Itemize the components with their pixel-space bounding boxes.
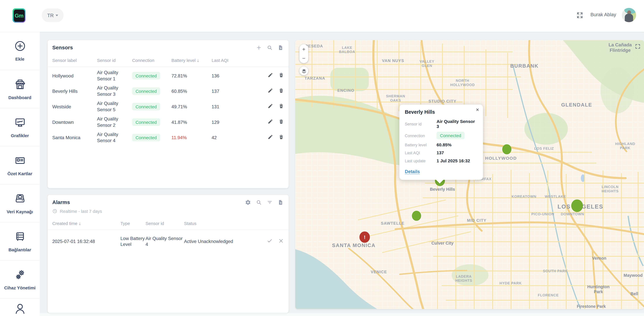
popup-field-label: Sensor id — [405, 122, 436, 126]
sensors-panel: Sensors Sensor labelSensor idConnectionB… — [48, 40, 289, 188]
popup-field-value: Connected — [436, 132, 478, 139]
popup-field-value: 1 Jul 2025 16:32 — [436, 158, 478, 163]
edit-pencil-icon[interactable] — [268, 119, 273, 125]
zoom-out-button[interactable]: − — [300, 54, 308, 63]
alarms-table-header: Created time↓TypeSensor idStatus — [48, 221, 289, 226]
search-icon[interactable] — [256, 200, 262, 205]
sidebar-item-grafikler[interactable]: Grafikler — [0, 108, 40, 146]
avatar[interactable] — [622, 8, 636, 22]
delete-trash-icon[interactable] — [278, 103, 284, 110]
sensor-marker-los-angeles[interactable] — [571, 200, 583, 212]
alarms-column-sensor-id[interactable]: Sensor id — [146, 221, 184, 226]
delete-trash-icon[interactable] — [278, 72, 284, 78]
sidebar-item-label: Ekle — [15, 57, 24, 62]
sensor-marker-hollywood[interactable] — [502, 144, 512, 154]
battery-level: 60.85% — [172, 88, 212, 94]
sidebar-item-label: Cihaz Yönetimi — [4, 286, 36, 290]
alarms-column-created-time[interactable]: Created time↓ — [52, 221, 120, 226]
popup-field-value: 137 — [436, 150, 478, 155]
sensor-marker-santa-monica[interactable]: ! — [360, 232, 370, 243]
map-layers-button[interactable] — [300, 66, 308, 75]
popup-field-label: Connection — [405, 133, 436, 138]
sensor-row: Beverly HillsAir Quality Sensor 3Connect… — [52, 83, 284, 99]
sidebar-item-ba-lant-lar[interactable]: Bağlantılar — [0, 222, 40, 260]
connection-cell: Connected — [132, 134, 172, 141]
edit-pencil-icon[interactable] — [268, 88, 273, 94]
sidebar-item-dashboard[interactable]: Dashboard — [0, 70, 40, 108]
user-name[interactable]: Burak Ablay — [590, 12, 616, 17]
language-selector[interactable]: TR — [42, 8, 64, 22]
details-link[interactable]: Details — [405, 169, 420, 174]
clear-x-icon[interactable] — [278, 238, 284, 245]
filter-icon[interactable] — [267, 200, 273, 205]
export-file-icon[interactable] — [278, 200, 284, 205]
sensors-column-last-aqi[interactable]: Last AQI — [212, 58, 248, 63]
map-fullscreen-button[interactable] — [635, 44, 641, 49]
user-icon — [14, 302, 26, 316]
connection-badge: Connected — [132, 72, 160, 79]
last-aqi: 137 — [212, 88, 248, 94]
close-icon[interactable]: ✕ — [476, 108, 479, 112]
language-label: TR — [47, 13, 54, 18]
alarms-column-type[interactable]: Type — [120, 221, 146, 226]
sidebar-item-veri-kayna-[interactable]: Veri Kaynağı — [0, 184, 40, 222]
delete-trash-icon[interactable] — [278, 134, 284, 140]
sensor-marker-westside[interactable] — [412, 211, 421, 221]
sensors-column-connection[interactable]: Connection — [132, 58, 172, 63]
datasource-icon — [14, 192, 26, 206]
edit-pencil-icon[interactable] — [268, 134, 273, 140]
fullscreen-button[interactable] — [576, 12, 584, 19]
row-actions — [248, 88, 284, 94]
popup-title: Beverly Hills — [405, 109, 478, 115]
map-widget[interactable]: RESEDALAKEBALBOAVAN NUYSVALLEYGLENTARZAN… — [295, 40, 644, 309]
alarm-type: Low Battery Level — [120, 235, 146, 247]
export-file-icon[interactable] — [278, 45, 284, 51]
sensor-label: Westside — [52, 104, 97, 109]
connection-cell: Connected — [132, 72, 172, 79]
settings-gear-icon[interactable] — [245, 200, 251, 205]
alarms-time-filter[interactable]: Realtime - last 7 days — [48, 209, 289, 214]
popup-field-value: 60.85% — [436, 142, 478, 147]
delete-trash-icon[interactable] — [278, 119, 284, 125]
sidebar-item-user[interactable] — [0, 298, 40, 316]
alarms-column-status[interactable]: Status — [184, 221, 256, 226]
edit-pencil-icon[interactable] — [268, 72, 273, 78]
battery-level: 72.81% — [172, 73, 212, 78]
plus-circle-icon — [14, 40, 26, 54]
alarms-panel-title: Alarms — [52, 200, 245, 205]
chevron-down-icon — [56, 14, 58, 16]
sidebar-item--zet-kartlar[interactable]: Özet Kartlar — [0, 146, 40, 184]
sensors-column-sensor-label[interactable]: Sensor label — [52, 58, 97, 63]
app-logo[interactable]: Gm — [12, 8, 26, 22]
sensor-row: WestsideAir Quality Sensor 5Connected49.… — [52, 99, 284, 114]
topbar: Gm TR Burak Ablay — [0, 0, 644, 32]
row-actions — [248, 103, 284, 110]
devices-icon — [14, 268, 26, 282]
sensor-label: Santa Monica — [52, 135, 97, 140]
row-actions — [248, 119, 284, 125]
app-root: Gm TR Burak Ablay EkleDashboardGrafikler… — [0, 0, 644, 316]
sensors-column-sensor-id[interactable]: Sensor id — [97, 58, 132, 63]
sensors-column-battery-level[interactable]: Battery level↓ — [172, 58, 212, 63]
sidebar-item-cihaz-y-netimi[interactable]: Cihaz Yönetimi — [0, 260, 40, 298]
sensors-table-header: Sensor labelSensor idConnectionBattery l… — [48, 58, 289, 63]
sensor-id: Air Quality Sensor 1 — [97, 70, 132, 82]
add-sensor-icon[interactable] — [256, 45, 262, 51]
row-actions — [248, 72, 284, 78]
sidebar-item-ekle[interactable]: Ekle — [0, 32, 40, 70]
map-zoom-control: + − — [300, 44, 308, 63]
delete-trash-icon[interactable] — [278, 88, 284, 94]
sensor-row: Santa MonicaAir Quality Sensor 4Connecte… — [52, 130, 284, 145]
zoom-in-button[interactable]: + — [300, 44, 308, 54]
sensors-panel-title: Sensors — [52, 45, 256, 51]
sensor-label: Beverly Hills — [52, 88, 97, 94]
acknowledge-check-icon[interactable] — [267, 238, 273, 245]
sensor-row: HollywoodAir Quality Sensor 1Connected72… — [52, 68, 284, 83]
popup-field-label: Last AQI — [405, 150, 436, 155]
sidebar-item-label: Bağlantılar — [8, 248, 31, 252]
edit-pencil-icon[interactable] — [268, 103, 273, 110]
popup-fields: Sensor idAir Quality Sensor 3ConnectionC… — [405, 119, 478, 163]
sensors-table-body: HollywoodAir Quality Sensor 1Connected72… — [48, 67, 289, 145]
search-icon[interactable] — [267, 45, 273, 51]
alarm-created-time: 2025-07-01 16:32:48 — [52, 239, 120, 244]
